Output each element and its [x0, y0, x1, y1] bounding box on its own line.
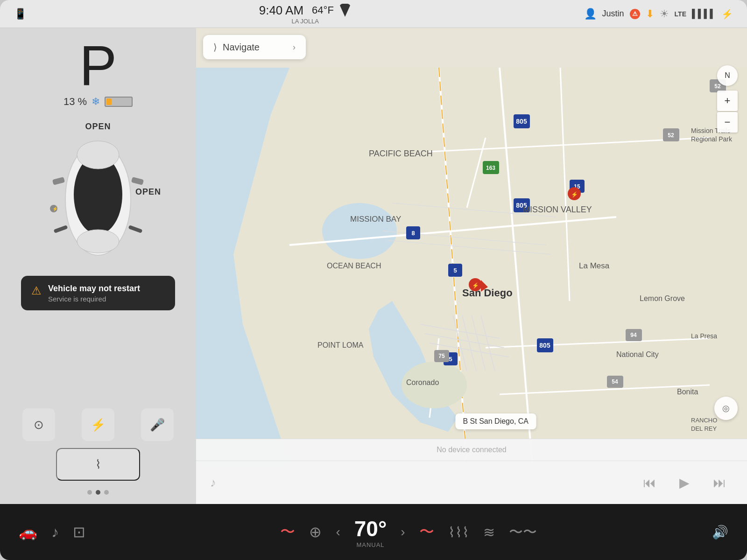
music-icon[interactable]: ♪: [51, 524, 59, 541]
map-svg: 805 805 805 5 5 8 15 163: [196, 28, 747, 504]
front-defroster-icon[interactable]: ⌇⌇⌇: [448, 524, 469, 540]
warning-subtitle: Service is required: [48, 295, 140, 303]
svg-rect-7: [128, 225, 143, 233]
battery-bar: [105, 97, 133, 107]
temp-down-button[interactable]: ‹: [336, 525, 340, 539]
battery-fill: [106, 98, 112, 105]
skip-forward-button[interactable]: ⏭: [706, 473, 733, 493]
user-name: Justin: [602, 9, 624, 19]
navigate-bar[interactable]: ⟩ Navigate ›: [203, 35, 306, 59]
map-controls: N + −: [717, 65, 738, 133]
temp-up-button[interactable]: ›: [401, 525, 405, 539]
zoom-in-button[interactable]: +: [717, 91, 738, 111]
warning-notification[interactable]: ⚠ Vehicle may not restart Service is req…: [21, 276, 175, 310]
svg-text:OCEAN BEACH: OCEAN BEACH: [327, 262, 381, 270]
taskbar-left: 🚗 ♪ ⊡: [19, 523, 182, 541]
svg-text:⚡: ⚡: [52, 206, 58, 212]
seat-heat-left-icon[interactable]: 〜: [280, 522, 295, 542]
location-label: B St San Diego, CA: [455, 413, 536, 429]
svg-marker-11: [233, 68, 747, 464]
location-text: LA JOLLA: [291, 18, 319, 25]
taskbar-right: 🔊: [635, 525, 728, 540]
svg-text:Regional Park: Regional Park: [691, 135, 733, 143]
compass-button[interactable]: N: [717, 65, 738, 86]
svg-text:La Mesa: La Mesa: [579, 261, 610, 270]
skip-back-button[interactable]: ⏮: [636, 473, 663, 493]
location-button[interactable]: ◎: [714, 397, 738, 420]
battery-percent: 13 %: [63, 96, 87, 108]
svg-text:⚡: ⚡: [472, 282, 479, 289]
svg-text:DEL REY: DEL REY: [691, 425, 717, 432]
time-display: 9:40 AM: [259, 3, 303, 18]
status-bar-center: 9:40 AM 64°F LA JOLLA: [259, 3, 352, 25]
svg-text:Lemon Grove: Lemon Grove: [640, 294, 685, 302]
fan-icon[interactable]: ⊕: [309, 523, 322, 541]
snowflake-icon: ❄: [92, 96, 100, 108]
dot-2: [96, 490, 100, 495]
svg-text:54: 54: [612, 378, 618, 385]
svg-text:MISSION VALLEY: MISSION VALLEY: [523, 205, 592, 214]
location-label-text: B St San Diego, CA: [463, 417, 529, 425]
status-bar: 📱 9:40 AM 64°F LA JOLLA 👤 Justin ⚠ ⬇ ☀ L…: [0, 0, 747, 28]
temperature-value: 70°: [354, 516, 387, 541]
svg-text:La Presa: La Presa: [691, 332, 717, 340]
svg-text:POINT LOMA: POINT LOMA: [317, 341, 364, 349]
signal-icon: ▌▌▌▌: [692, 9, 716, 19]
charging-button[interactable]: ⚡: [82, 408, 114, 441]
battery-row: 13 % ❄: [63, 96, 133, 108]
temp-display: 64°F: [312, 4, 334, 16]
map-container[interactable]: 805 805 805 5 5 8 15 163: [196, 28, 747, 504]
controls-row-1: ⊙ ⚡ 🎤: [9, 408, 187, 441]
rear-defroster-icon[interactable]: ≋: [483, 524, 495, 540]
play-button[interactable]: ▶: [672, 473, 697, 493]
svg-text:PACIFIC BEACH: PACIFIC BEACH: [369, 149, 433, 158]
media-controls-row: ♪ ⏮ ▶ ⏭: [196, 461, 747, 504]
warning-badge: ⚠: [630, 9, 640, 19]
svg-text:5: 5: [449, 356, 452, 363]
brightness-icon: ☀: [660, 8, 669, 20]
apps-icon[interactable]: ⊡: [73, 523, 85, 541]
car-icon[interactable]: 🚗: [19, 523, 37, 541]
svg-text:San Diego: San Diego: [462, 287, 513, 299]
svg-text:805: 805: [539, 342, 550, 349]
left-panel: P 13 % ❄ OPEN OPEN: [0, 28, 196, 504]
warning-triangle-icon: ⚠: [31, 284, 42, 297]
zoom-out-button[interactable]: −: [717, 112, 738, 133]
svg-text:RANCHO: RANCHO: [691, 417, 717, 424]
bluetooth-icon: ⚡: [721, 8, 733, 20]
svg-text:52: 52: [668, 132, 674, 139]
svg-text:5: 5: [453, 267, 457, 274]
seat-vent-icon[interactable]: 〜〜: [509, 523, 537, 542]
wiper-button[interactable]: ⌇: [56, 448, 140, 481]
svg-rect-4: [52, 177, 65, 185]
taskbar-center: 〜 ⊕ ‹ 70° MANUAL › 〜 ⌇⌇⌇ ≋ 〜〜: [182, 516, 635, 548]
main-content: P 13 % ❄ OPEN OPEN: [0, 28, 747, 504]
car-diagram: OPEN OPEN: [33, 117, 163, 266]
media-bar: No device connected ♪ ⏮ ▶ ⏭: [196, 439, 747, 504]
music-note-icon: ♪: [210, 476, 216, 490]
media-device-row: No device connected: [196, 439, 747, 461]
user-icon: 👤: [584, 8, 597, 20]
no-device-text: No device connected: [437, 446, 506, 454]
camera-button[interactable]: ⊙: [22, 408, 55, 441]
warning-text-container: Vehicle may not restart Service is requi…: [48, 283, 140, 303]
controls-row-2: ⌇: [9, 448, 187, 481]
status-bar-right: 👤 Justin ⚠ ⬇ ☀ LTE ▌▌▌▌ ⚡: [584, 8, 733, 20]
svg-text:Bonita: Bonita: [677, 388, 698, 396]
svg-text:8: 8: [411, 230, 415, 237]
temp-center: 70° MANUAL: [354, 516, 387, 548]
svg-text:805: 805: [516, 118, 527, 125]
volume-icon[interactable]: 🔊: [712, 525, 728, 540]
warning-title: Vehicle may not restart: [48, 283, 140, 294]
temperature-label: MANUAL: [356, 541, 384, 548]
main-screen: 📱 9:40 AM 64°F LA JOLLA 👤 Justin ⚠ ⬇ ☀ L…: [0, 0, 747, 560]
mic-button[interactable]: 🎤: [141, 408, 174, 441]
car-svg: ⚡: [40, 134, 156, 265]
svg-text:Coronado: Coronado: [406, 378, 439, 386]
seat-heat-right-icon[interactable]: 〜: [419, 522, 434, 542]
download-icon: ⬇: [646, 8, 654, 20]
gear-indicator: P: [79, 37, 117, 93]
dot-1: [87, 490, 92, 495]
svg-text:MISSION BAY: MISSION BAY: [350, 215, 401, 224]
status-bar-left: 📱: [14, 8, 27, 20]
